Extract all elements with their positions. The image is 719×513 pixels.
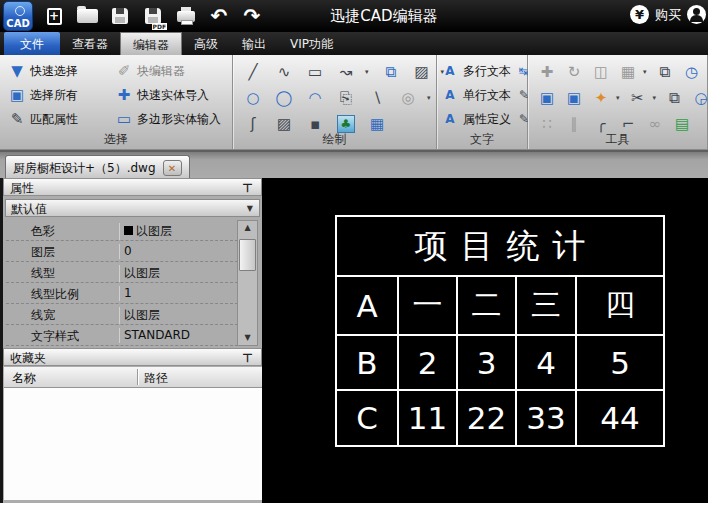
wipeout-icon[interactable]: ▨ (413, 63, 431, 81)
property-value[interactable]: 以图层 (119, 223, 172, 240)
favorites-column-name[interactable]: 名称 (12, 370, 36, 387)
save-button[interactable] (108, 4, 132, 28)
blend-icon[interactable]: ◎ (399, 89, 417, 107)
select-group-label: 选择 (0, 131, 232, 148)
user-account-icon[interactable] (687, 5, 706, 24)
buy-button[interactable]: 购买 (655, 6, 681, 24)
property-value[interactable]: STANDARD (119, 328, 190, 343)
drawing-canvas[interactable]: 项目统计 A 一 二 三 四 B 2 3 4 5 C 11 22 33 44 (262, 178, 708, 503)
copy-stack-icon[interactable]: ⧉ (656, 63, 674, 81)
document-tab[interactable]: 厨房橱柜设计+（5）.dwg ✕ (5, 155, 190, 180)
copy-time2-icon[interactable]: ◶ (692, 89, 710, 107)
copy-entity-icon[interactable]: ⧉ (382, 63, 400, 81)
entity-import-icon: ✚ (115, 86, 133, 104)
app-logo-icon[interactable]: CAD (3, 1, 33, 31)
match-properties-button[interactable]: ✎ 匹配属性 (8, 107, 78, 131)
circle-icon[interactable]: ○ (244, 89, 262, 107)
entity-import-button[interactable]: ✚ 快速实体导入 (115, 83, 221, 107)
ellipse-icon[interactable]: ◯ (275, 89, 293, 107)
thick-line-icon[interactable]: ∖ (368, 89, 386, 107)
mtext-label: 多行文本 (463, 63, 511, 80)
polyline-dropdown-icon[interactable]: ▾ (365, 68, 369, 76)
property-row-lineweight[interactable]: 线宽 以图层 (6, 304, 238, 325)
cad-cell: C (337, 391, 397, 445)
property-value[interactable]: 1 (119, 286, 132, 301)
property-value[interactable]: 0 (119, 244, 132, 259)
properties-scrollbar[interactable]: ▲ ▼ (237, 220, 258, 346)
property-row-textstyle[interactable]: 文字样式 STANDARD (6, 325, 238, 346)
single-text-icon: A (441, 86, 459, 104)
properties-table: 色彩 以图层 图层 0 线型 以图层 线型比例 1 线宽 以图层 文字样式 ST… (6, 220, 238, 346)
block-editor-button[interactable]: ✐ 块编辑器 (115, 59, 221, 83)
arc-icon[interactable]: ◠ (306, 89, 324, 107)
menu-tab-advanced[interactable]: 高级 (182, 32, 230, 55)
menu-tab-vip[interactable]: VIP功能 (278, 32, 345, 55)
quick-select-button[interactable]: ▼ 快速选择 (8, 59, 78, 83)
favorites-pin-icon[interactable]: ⊤ (242, 351, 253, 365)
cad-cell: B (337, 336, 397, 389)
ribbon-group-select: ▼ 快速选择 ▣ 选择所有 ✎ 匹配属性 ✐ 块编辑器 ✚ (0, 55, 233, 149)
property-value[interactable]: 以图层 (119, 307, 160, 324)
menu-tab-file[interactable]: 文件 (4, 32, 60, 55)
sketch-icon[interactable]: ∿ (275, 63, 293, 81)
cad-cell: 44 (577, 391, 663, 445)
blend-dropdown-icon[interactable]: ▾ (427, 94, 431, 102)
rotate-icon[interactable]: ↻ (565, 63, 583, 81)
select-all-button[interactable]: ▣ 选择所有 (8, 83, 78, 107)
cad-cell: 4 (517, 336, 575, 389)
save-icon (112, 8, 128, 24)
rectangle-icon[interactable]: ▭ (306, 63, 324, 81)
polygon-input-button[interactable]: ▭ 多边形实体输入 (115, 107, 221, 131)
property-label: 线型 (31, 265, 55, 282)
property-label: 线型比例 (31, 286, 79, 303)
polygon-input-icon: ▭ (115, 110, 133, 128)
favorites-list[interactable] (4, 388, 262, 500)
menu-tab-editor[interactable]: 编辑器 (120, 32, 182, 55)
polyline-icon[interactable]: ↝ (337, 63, 355, 81)
properties-pin-icon[interactable]: ⊤ (242, 181, 253, 195)
single-text-button[interactable]: A 单行文本 ✎ (441, 83, 525, 107)
cad-cell: 二 (458, 277, 515, 334)
property-label: 色彩 (31, 223, 55, 240)
scissors-icon[interactable]: ✂ (629, 89, 647, 107)
preset-dropdown-arrow-icon[interactable]: ▼ (247, 204, 253, 213)
new-file-button[interactable]: + (42, 4, 66, 28)
yen-icon[interactable]: ¥ (630, 5, 649, 24)
property-row-layer[interactable]: 图层 0 (6, 241, 238, 262)
array-icon[interactable]: ▦ (619, 63, 637, 81)
attribute-define-button[interactable]: A 属性定义 ✎ (441, 107, 525, 131)
menu-tab-viewer[interactable]: 查看器 (60, 32, 120, 55)
line-icon[interactable]: ╱ (244, 63, 262, 81)
scrollbar-thumb[interactable] (239, 239, 256, 271)
cad-cell: 3 (458, 336, 515, 389)
scissors-dropdown-icon[interactable]: ▾ (653, 94, 657, 102)
copy-sheet-icon[interactable]: ⎘ (337, 89, 355, 107)
spray-icon[interactable]: ✦ (592, 89, 610, 107)
mirror-icon[interactable]: ◫ (592, 63, 610, 81)
property-value[interactable]: 以图层 (119, 265, 160, 282)
paste-special-icon[interactable]: ▣ (565, 89, 583, 107)
property-row-color[interactable]: 色彩 以图层 (6, 220, 238, 241)
document-tab-title: 厨房橱柜设计+（5）.dwg (13, 160, 156, 177)
properties-preset-dropdown[interactable]: 默认值 ▼ (5, 199, 260, 217)
array-dropdown-icon[interactable]: ▾ (643, 68, 647, 76)
paste-icon[interactable]: ▣ (538, 89, 556, 107)
column-separator[interactable] (137, 369, 138, 385)
close-tab-button[interactable]: ✕ (163, 160, 182, 176)
spray-dropdown-icon[interactable]: ▾ (616, 94, 620, 102)
property-row-linetype[interactable]: 线型 以图层 (6, 262, 238, 283)
scroll-up-icon[interactable]: ▲ (238, 221, 257, 235)
property-row-linetype-scale[interactable]: 线型比例 1 (6, 283, 238, 304)
menu-bar: 文件 查看器 编辑器 高级 输出 VIP功能 (0, 32, 708, 55)
match-properties-label: 匹配属性 (30, 111, 78, 128)
open-file-button[interactable] (75, 4, 99, 28)
mtext-button[interactable]: A 多行文本 ↹ (441, 59, 525, 83)
quick-select-label: 快速选择 (30, 63, 78, 80)
scroll-down-icon[interactable]: ▼ (238, 331, 257, 345)
copy-time-icon[interactable]: ◷ (683, 63, 701, 81)
quick-select-icon: ▼ (8, 62, 26, 80)
copy-stack2-icon[interactable]: ⧉ (665, 89, 683, 107)
favorites-column-path[interactable]: 路径 (144, 370, 168, 387)
menu-tab-output[interactable]: 输出 (230, 32, 278, 55)
move-icon[interactable]: ✚ (538, 63, 556, 81)
